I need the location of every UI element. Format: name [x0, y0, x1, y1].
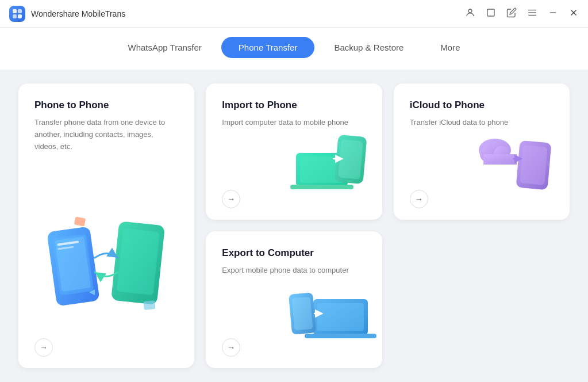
svg-rect-38 [291, 297, 313, 331]
app-name: Wondershare MobileTrans [31, 9, 125, 18]
cards-grid: Phone to Phone Transfer phone data from … [18, 83, 570, 368]
card-phone-to-phone-arrow[interactable]: → [34, 338, 53, 357]
main-content: Phone to Phone Transfer phone data from … [0, 70, 588, 382]
svg-rect-0 [13, 9, 17, 13]
card-icloud-to-phone[interactable]: iCloud to Phone Transfer iCloud data to … [394, 83, 570, 220]
svg-rect-35 [317, 303, 364, 331]
card-export-title: Export to Computer [222, 247, 366, 259]
svg-rect-19 [74, 217, 86, 227]
card-icloud-arrow[interactable]: → [410, 190, 428, 208]
window-controls [465, 7, 579, 20]
card-import-title: Import to Phone [222, 100, 366, 111]
import-illustration [285, 124, 376, 193]
card-export-to-computer[interactable]: Export to Computer Export mobile phone d… [206, 231, 382, 368]
card-icloud-title: iCloud to Phone [410, 100, 554, 111]
icloud-illustration [478, 124, 564, 193]
tab-more[interactable]: More [423, 37, 477, 58]
svg-rect-25 [290, 185, 353, 189]
minimize-icon[interactable] [548, 7, 558, 20]
window-icon[interactable] [486, 7, 496, 20]
card-import-to-phone[interactable]: Import to Phone Import computer data to … [206, 83, 382, 220]
card-import-arrow[interactable]: → [222, 190, 240, 208]
card-export-arrow[interactable]: → [222, 338, 240, 357]
close-icon[interactable] [568, 7, 579, 20]
card-phone-to-phone[interactable]: Phone to Phone Transfer phone data from … [18, 83, 194, 368]
export-illustration [285, 282, 379, 345]
svg-rect-2 [13, 14, 17, 18]
profile-icon[interactable] [465, 7, 475, 20]
phone-to-phone-illustration [40, 212, 172, 327]
svg-rect-5 [487, 9, 494, 16]
title-bar: Wondershare MobileTrans [0, 0, 588, 28]
svg-rect-36 [305, 334, 376, 338]
card-phone-to-phone-desc: Transfer phone data from one device to a… [34, 117, 178, 200]
svg-rect-33 [483, 154, 517, 165]
svg-rect-29 [520, 145, 548, 185]
tab-backup-restore[interactable]: Backup & Restore [317, 37, 421, 58]
svg-rect-20 [144, 300, 156, 310]
tab-whatsapp-transfer[interactable]: WhatsApp Transfer [110, 37, 218, 58]
nav-bar: WhatsApp Transfer Phone Transfer Backup … [0, 28, 588, 70]
svg-rect-1 [18, 9, 22, 13]
tab-phone-transfer[interactable]: Phone Transfer [221, 37, 315, 58]
app-icon [9, 6, 25, 22]
menu-icon[interactable] [527, 7, 537, 20]
svg-point-4 [468, 9, 472, 13]
edit-icon[interactable] [506, 7, 517, 20]
title-bar-left: Wondershare MobileTrans [9, 6, 125, 22]
svg-rect-18 [117, 228, 160, 295]
card-phone-to-phone-title: Phone to Phone [34, 100, 178, 111]
svg-rect-3 [18, 14, 22, 18]
